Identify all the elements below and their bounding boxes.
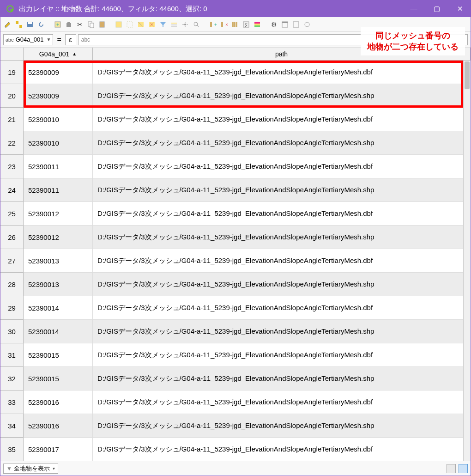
layout-icon[interactable] (291, 20, 301, 29)
zoom-full-icon[interactable] (302, 20, 312, 29)
calc-field-icon[interactable]: ∑ (242, 20, 251, 29)
table-row[interactable]: 2852390013D:/GISデータ/3次メッシュ/G04-a-11_5239… (0, 273, 471, 296)
row-number-cell[interactable]: 29 (0, 296, 24, 320)
actions-icon[interactable]: ⚙ (269, 20, 278, 29)
table-row[interactable]: 3552390017D:/GISデータ/3次メッシュ/G04-a-11_5239… (0, 438, 471, 461)
path-cell[interactable]: D:/GISデータ/3次メッシュ/G04-a-11_5239-jgd_Eleva… (93, 226, 471, 249)
invert-select-icon[interactable] (136, 20, 145, 29)
code-cell[interactable]: 52390016 (24, 391, 93, 414)
column-header-code[interactable]: G04a_001 ▲ (24, 48, 93, 60)
row-number-cell[interactable]: 35 (0, 438, 24, 461)
filter-icon[interactable] (158, 20, 168, 29)
organize-columns-icon[interactable] (230, 20, 240, 29)
delete-column-icon[interactable]: × (219, 20, 229, 29)
path-cell[interactable]: D:/GISデータ/3次メッシュ/G04-a-11_5239-jgd_Eleva… (93, 438, 471, 461)
code-cell[interactable]: 52390013 (24, 273, 93, 296)
row-number-cell[interactable]: 26 (0, 226, 24, 249)
code-cell[interactable]: 52390016 (24, 414, 93, 438)
select-all-icon[interactable] (125, 20, 134, 29)
close-button[interactable]: ✕ (455, 4, 465, 14)
pan-icon[interactable] (181, 20, 190, 29)
vertical-scrollbar[interactable] (463, 61, 471, 461)
table-row[interactable]: 3152390015D:/GISデータ/3次メッシュ/G04-a-11_5239… (0, 343, 471, 367)
delete-feature-icon[interactable] (64, 20, 73, 29)
table-row[interactable]: 2352390011D:/GISデータ/3次メッシュ/G04-a-11_5239… (0, 155, 471, 178)
row-number-cell[interactable]: 21 (0, 108, 24, 131)
table-row[interactable]: 2752390013D:/GISデータ/3次メッシュ/G04-a-11_5239… (0, 249, 471, 273)
copy-icon[interactable] (86, 20, 96, 29)
new-column-icon[interactable]: + (208, 20, 217, 29)
path-cell[interactable]: D:/GISデータ/3次メッシュ/G04-a-11_5239-jgd_Eleva… (93, 249, 471, 273)
field-select-combo[interactable]: abc G04a_001 ▼ (3, 34, 53, 45)
path-cell[interactable]: D:/GISデータ/3次メッシュ/G04-a-11_5239-jgd_Eleva… (93, 414, 471, 438)
reload-icon[interactable] (36, 20, 46, 29)
code-cell[interactable]: 52390015 (24, 367, 93, 391)
path-cell[interactable]: D:/GISデータ/3次メッシュ/G04-a-11_5239-jgd_Eleva… (93, 273, 471, 296)
path-cell[interactable]: D:/GISデータ/3次メッシュ/G04-a-11_5239-jgd_Eleva… (93, 320, 471, 343)
path-cell[interactable]: D:/GISデータ/3次メッシュ/G04-a-11_5239-jgd_Eleva… (93, 296, 471, 320)
path-cell[interactable]: D:/GISデータ/3次メッシュ/G04-a-11_5239-jgd_Eleva… (93, 202, 471, 226)
table-row[interactable]: 3052390014D:/GISデータ/3次メッシュ/G04-a-11_5239… (0, 320, 471, 343)
row-number-cell[interactable]: 23 (0, 155, 24, 178)
select-expr-icon[interactable] (114, 20, 123, 29)
row-number-cell[interactable]: 34 (0, 414, 24, 438)
row-number-cell[interactable]: 19 (0, 61, 24, 84)
table-row[interactable]: 2952390014D:/GISデータ/3次メッシュ/G04-a-11_5239… (0, 296, 471, 320)
code-cell[interactable]: 52390010 (24, 131, 93, 155)
code-cell[interactable]: 52390012 (24, 226, 93, 249)
path-cell[interactable]: D:/GISデータ/3次メッシュ/G04-a-11_5239-jgd_Eleva… (93, 108, 471, 131)
code-cell[interactable]: 52390009 (24, 84, 93, 108)
path-cell[interactable]: D:/GISデータ/3次メッシュ/G04-a-11_5239-jgd_Eleva… (93, 367, 471, 391)
edit-icon[interactable] (3, 20, 12, 29)
move-top-icon[interactable] (169, 20, 179, 29)
code-cell[interactable]: 52390013 (24, 249, 93, 273)
path-cell[interactable]: D:/GISデータ/3次メッシュ/G04-a-11_5239-jgd_Eleva… (93, 178, 471, 202)
show-features-combo[interactable]: ▼ 全地物を表示 ▾ (3, 464, 58, 474)
table-row[interactable]: 3252390015D:/GISデータ/3次メッシュ/G04-a-11_5239… (0, 367, 471, 391)
cut-icon[interactable]: ✂ (75, 20, 85, 29)
table-row[interactable]: 2652390012D:/GISデータ/3次メッシュ/G04-a-11_5239… (0, 226, 471, 249)
code-cell[interactable]: 52390014 (24, 320, 93, 343)
maximize-button[interactable]: ▢ (432, 4, 442, 14)
row-number-cell[interactable]: 24 (0, 178, 24, 202)
dock-icon[interactable] (280, 20, 290, 29)
conditional-format-icon[interactable] (253, 20, 262, 29)
row-number-cell[interactable]: 30 (0, 320, 24, 343)
zoom-icon[interactable] (192, 20, 201, 29)
add-feature-icon[interactable]: + (53, 20, 62, 29)
path-cell[interactable]: D:/GISデータ/3次メッシュ/G04-a-11_5239-jgd_Eleva… (93, 61, 471, 84)
code-cell[interactable]: 52390011 (24, 155, 93, 178)
code-cell[interactable]: 52390012 (24, 202, 93, 226)
chevron-down-icon[interactable]: ▾ (52, 466, 55, 471)
path-cell[interactable]: D:/GISデータ/3次メッシュ/G04-a-11_5239-jgd_Eleva… (93, 391, 471, 414)
code-cell[interactable]: 52390015 (24, 343, 93, 367)
save-icon[interactable] (25, 20, 35, 29)
table-row[interactable]: 2552390012D:/GISデータ/3次メッシュ/G04-a-11_5239… (0, 202, 471, 226)
expression-builder-button[interactable]: ε (65, 34, 76, 45)
row-number-cell[interactable]: 33 (0, 391, 24, 414)
minimize-button[interactable]: — (409, 4, 419, 14)
code-cell[interactable]: 52390011 (24, 178, 93, 202)
paste-icon[interactable] (97, 20, 107, 29)
row-number-cell[interactable]: 32 (0, 367, 24, 391)
table-row[interactable]: 3452390016D:/GISデータ/3次メッシュ/G04-a-11_5239… (0, 414, 471, 438)
code-cell[interactable]: 52390017 (24, 438, 93, 461)
scrollbar-thumb[interactable] (465, 61, 470, 89)
row-number-cell[interactable]: 27 (0, 249, 24, 273)
table-row[interactable]: 1952390009D:/GISデータ/3次メッシュ/G04-a-11_5239… (0, 61, 471, 84)
path-cell[interactable]: D:/GISデータ/3次メッシュ/G04-a-11_5239-jgd_Eleva… (93, 131, 471, 155)
deselect-icon[interactable] (147, 20, 157, 29)
table-row[interactable]: 2252390010D:/GISデータ/3次メッシュ/G04-a-11_5239… (0, 131, 471, 155)
table-row[interactable]: 2452390011D:/GISデータ/3次メッシュ/G04-a-11_5239… (0, 178, 471, 202)
row-number-cell[interactable]: 25 (0, 202, 24, 226)
row-number-cell[interactable]: 28 (0, 273, 24, 296)
path-cell[interactable]: D:/GISデータ/3次メッシュ/G04-a-11_5239-jgd_Eleva… (93, 84, 471, 108)
multiedit-icon[interactable] (14, 20, 24, 29)
table-row[interactable]: 3352390016D:/GISデータ/3次メッシュ/G04-a-11_5239… (0, 391, 471, 414)
grid-body[interactable]: 1952390009D:/GISデータ/3次メッシュ/G04-a-11_5239… (0, 61, 471, 461)
table-row[interactable]: 2152390010D:/GISデータ/3次メッシュ/G04-a-11_5239… (0, 108, 471, 131)
path-cell[interactable]: D:/GISデータ/3次メッシュ/G04-a-11_5239-jgd_Eleva… (93, 343, 471, 367)
table-row[interactable]: 2052390009D:/GISデータ/3次メッシュ/G04-a-11_5239… (0, 84, 471, 108)
form-view-button[interactable] (459, 464, 468, 473)
table-view-button[interactable] (447, 464, 456, 473)
